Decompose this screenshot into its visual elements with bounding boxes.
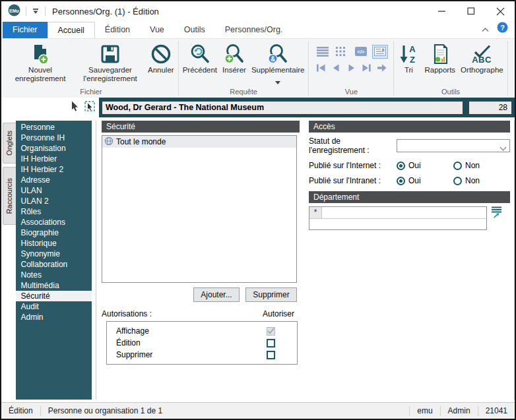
intranet-row: Publié sur l'Intranet : Oui Non bbox=[309, 176, 510, 185]
department-new-row[interactable]: * bbox=[309, 207, 486, 219]
record-count: 28 bbox=[468, 101, 512, 115]
sidebar-item[interactable]: IH Herbier 2 bbox=[16, 164, 92, 175]
permissions-box: Affichage Édition Supprimer bbox=[106, 321, 298, 365]
record-previous-button[interactable] bbox=[329, 62, 342, 74]
cursor-arrow-icon[interactable] bbox=[70, 101, 80, 114]
tab-fichier[interactable]: Fichier bbox=[3, 22, 48, 38]
quick-access-dropdown-icon[interactable] bbox=[32, 5, 40, 17]
collapse-ribbon-icon[interactable] bbox=[482, 23, 489, 35]
marquee-select-icon[interactable] bbox=[84, 101, 96, 115]
status-user: Admin bbox=[441, 406, 478, 415]
tab-personnes-org[interactable]: Personnes/Org. bbox=[215, 22, 293, 38]
permission-checkbox[interactable] bbox=[267, 351, 275, 359]
sidebar-item[interactable]: Audit bbox=[16, 301, 92, 312]
svg-text:ABC: ABC bbox=[472, 55, 492, 65]
record-status-row: Statut de l'enregistrement : bbox=[309, 136, 510, 155]
query-previous-icon bbox=[189, 42, 211, 66]
permission-label: Édition bbox=[116, 338, 141, 347]
query-previous-button[interactable]: Précédent bbox=[180, 40, 220, 75]
sidebar-item[interactable]: Historique bbox=[16, 238, 92, 249]
tab-outils[interactable]: Outils bbox=[174, 22, 215, 38]
ribbon-group-outils: AZ Tri Rapports ABC Orthographe bbox=[394, 39, 507, 98]
new-row-marker: * bbox=[309, 207, 322, 218]
internet-non-radio[interactable] bbox=[453, 162, 462, 170]
view-form-button[interactable] bbox=[372, 45, 388, 59]
sidebar-item[interactable]: ULAN bbox=[16, 185, 92, 196]
view-code-button[interactable]: </> bbox=[353, 45, 369, 59]
sidebar-item[interactable]: Rôles bbox=[16, 206, 92, 217]
sidebar-mode-tab[interactable]: Raccourcis bbox=[3, 167, 16, 225]
query-more-button[interactable]: & Supplémentaire bbox=[249, 40, 307, 87]
ribbon: Nouvel enregistrement Sauvegarder l'enre… bbox=[1, 38, 515, 98]
sidebar-item[interactable]: Personne IH bbox=[16, 133, 92, 143]
record-goto-button[interactable] bbox=[375, 62, 388, 74]
internet-oui-radio[interactable] bbox=[397, 162, 405, 170]
tab-edition[interactable]: Édition bbox=[95, 22, 140, 38]
sidebar-item[interactable]: Admin bbox=[16, 312, 92, 322]
app-window: EMu Personnes/Org. (1) - Édition Fichier… bbox=[0, 0, 516, 420]
security-list-item[interactable]: Tout le monde bbox=[102, 136, 296, 148]
record-next-button[interactable] bbox=[344, 62, 358, 74]
reports-button[interactable]: Rapports bbox=[422, 40, 458, 75]
minimize-button[interactable] bbox=[428, 1, 457, 21]
content-panel: Sécurité Tout le monde Ajouter... Suppri… bbox=[96, 121, 515, 400]
emu-logo-icon[interactable]: EMu bbox=[8, 4, 20, 19]
query-insert-icon bbox=[223, 42, 245, 66]
security-panel: Sécurité Tout le monde Ajouter... Suppri… bbox=[102, 121, 300, 365]
ribbon-group-vue: </> Vue bbox=[309, 39, 393, 98]
add-button[interactable]: Ajouter... bbox=[193, 287, 240, 302]
sidebar-item[interactable]: Associations bbox=[16, 217, 92, 227]
query-insert-button[interactable]: Insérer bbox=[220, 40, 249, 75]
sidebar-item[interactable]: Biographie bbox=[16, 227, 92, 238]
sidebar-item[interactable]: Notes bbox=[16, 270, 92, 280]
sidebar-item[interactable]: Organisation bbox=[16, 143, 92, 154]
security-listbox[interactable]: Tout le monde bbox=[102, 135, 297, 283]
record-last-button[interactable] bbox=[360, 62, 373, 74]
sidebar-item[interactable]: IH Herbier bbox=[16, 154, 92, 164]
tab-accueil[interactable]: Accueil bbox=[48, 22, 95, 38]
cancel-button[interactable]: Annuler bbox=[145, 40, 177, 75]
security-buttons: Ajouter... Supprimer bbox=[102, 287, 297, 302]
permission-checkbox[interactable] bbox=[267, 339, 275, 347]
intranet-label: Publié sur l'Intranet : bbox=[309, 176, 397, 185]
new-record-button[interactable]: Nouvel enregistrement bbox=[5, 40, 75, 83]
sidebar-item[interactable]: Sécurité bbox=[16, 291, 92, 301]
save-record-button[interactable]: Sauvegarder l'enregistrement bbox=[75, 40, 145, 83]
maximize-button[interactable] bbox=[457, 1, 486, 21]
internet-non-label: Non bbox=[465, 161, 480, 170]
main-area: OngletsRaccourcis /* class hooks for the… bbox=[1, 117, 515, 402]
permission-checkbox[interactable] bbox=[267, 327, 275, 336]
attach-lookup-icon[interactable] bbox=[491, 206, 502, 221]
permission-row: Affichage bbox=[107, 325, 297, 337]
sidebar-item[interactable]: Synonymie bbox=[16, 249, 92, 259]
department-group-header: Département bbox=[309, 191, 510, 203]
sidebar-item[interactable]: ULAN 2 bbox=[16, 196, 92, 206]
sidebar-item[interactable]: Collaboration bbox=[16, 259, 92, 270]
close-button[interactable] bbox=[486, 1, 515, 21]
status-port: 21041 bbox=[478, 406, 515, 415]
intranet-non-radio[interactable] bbox=[453, 177, 462, 185]
record-summary-title: Wood, Dr Gerard - The National Museum bbox=[102, 101, 463, 115]
tab-vue[interactable]: Vue bbox=[140, 22, 174, 38]
svg-text:Z: Z bbox=[410, 55, 415, 65]
view-grid-button[interactable] bbox=[334, 45, 350, 59]
department-grid[interactable]: * bbox=[309, 206, 487, 230]
chevron-down-icon bbox=[500, 144, 507, 153]
sidebar-item[interactable]: Adresse bbox=[16, 175, 92, 185]
intranet-oui-radio[interactable] bbox=[397, 177, 405, 185]
help-icon[interactable]: ? bbox=[497, 22, 508, 36]
authorise-column-label: Autoriser bbox=[263, 309, 294, 318]
cancel-icon bbox=[150, 42, 172, 66]
sidebar-mode-tab[interactable]: Onglets bbox=[3, 123, 16, 164]
remove-button[interactable]: Supprimer bbox=[245, 287, 297, 302]
record-first-button[interactable] bbox=[314, 62, 327, 74]
group-label-vue: Vue bbox=[310, 87, 392, 97]
sidebar-item[interactable]: Personne bbox=[16, 122, 92, 133]
sidebar-item[interactable]: Multimédia bbox=[16, 280, 92, 291]
record-summary-strip: Wood, Dr Gerard - The National Museum 28 bbox=[99, 98, 515, 117]
view-list-button[interactable] bbox=[315, 45, 331, 59]
spelling-button[interactable]: ABC Orthographe bbox=[458, 40, 506, 75]
record-status-combobox[interactable] bbox=[397, 139, 510, 152]
sort-button[interactable]: AZ Tri bbox=[395, 40, 422, 75]
authorisations-header: Autorisations : Autoriser bbox=[102, 309, 297, 318]
